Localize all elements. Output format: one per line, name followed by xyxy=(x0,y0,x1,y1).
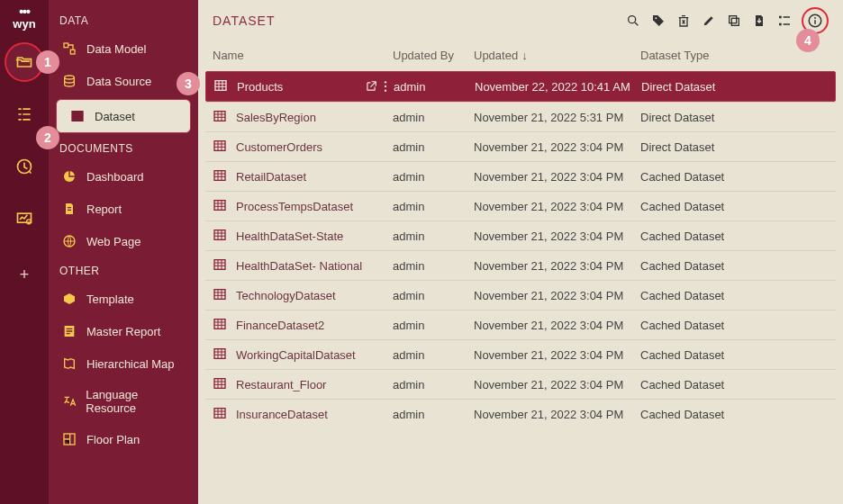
sidebar-item-dashboard[interactable]: Dashboard xyxy=(49,160,198,193)
delete-icon[interactable] xyxy=(675,13,692,29)
col-updated-by[interactable]: Updated By xyxy=(393,49,474,62)
row-updated-by: admin xyxy=(394,80,475,94)
dataset-grid-icon xyxy=(213,406,229,422)
row-updated: November 21, 2022 3:04 PM xyxy=(474,200,640,213)
properties-icon[interactable] xyxy=(776,13,793,29)
toolbar-actions xyxy=(625,7,829,34)
sidebar-item-master-report[interactable]: Master Report xyxy=(49,315,198,347)
row-type: Cached Dataset xyxy=(640,319,793,332)
table-row[interactable]: RetailDataset admin November 21, 2022 3:… xyxy=(205,161,836,191)
sidebar-item-language-resource[interactable]: Language Resource xyxy=(49,380,198,423)
edit-icon[interactable] xyxy=(701,13,717,29)
row-type: Cached Dataset xyxy=(640,289,793,302)
open-new-icon[interactable] xyxy=(365,80,377,93)
sidebar-item-template[interactable]: Template xyxy=(49,283,198,315)
table-row[interactable]: WorkingCapitalDataset admin November 21,… xyxy=(205,339,836,369)
rail-add-icon[interactable]: + xyxy=(5,255,44,294)
sidebar-item-report[interactable]: Report xyxy=(49,193,198,225)
row-updated-by: admin xyxy=(393,140,474,154)
table-row[interactable]: TechnologyDataset admin November 21, 202… xyxy=(205,280,836,310)
table-row[interactable]: HealthDataSet-State admin November 21, 2… xyxy=(205,220,836,250)
sidebar-item-label: Web Page xyxy=(86,235,140,248)
tag-icon[interactable] xyxy=(650,13,666,29)
svg-rect-26 xyxy=(214,201,225,211)
sidebar-item-label: Dataset xyxy=(95,110,135,123)
row-updated: November 22, 2022 10:41 AM xyxy=(475,80,641,94)
rail-monitor-icon[interactable] xyxy=(5,199,44,238)
row-name: HealthDataSet- National xyxy=(236,259,362,273)
section-other: OTHER xyxy=(49,257,198,283)
row-type: Cached Dataset xyxy=(640,170,793,184)
svg-rect-28 xyxy=(214,260,225,270)
dataset-grid-icon xyxy=(213,257,229,274)
sidebar-item-label: Floor Plan xyxy=(86,433,140,446)
topbar: DATASET xyxy=(198,0,843,40)
sidebar-item-data-source[interactable]: Data Source xyxy=(49,65,198,97)
svg-rect-24 xyxy=(214,141,225,151)
table-row[interactable]: Restaurant_Floor admin November 21, 2022… xyxy=(205,369,836,399)
col-updated[interactable]: Updated ↓ xyxy=(474,49,640,62)
sidebar-item-label: Report xyxy=(86,202,122,216)
dataset-grid-icon xyxy=(213,376,229,392)
sidebar-item-hierarchical-map[interactable]: Hierarchical Map xyxy=(49,347,198,380)
svg-point-21 xyxy=(385,86,386,87)
table-row[interactable]: InsuranceDataset admin November 21, 2022… xyxy=(205,399,836,428)
table-row[interactable]: Products admin November 22, 2022 10:41 A… xyxy=(205,71,836,102)
copy-icon[interactable] xyxy=(726,13,742,29)
table-row[interactable]: SalesByRegion admin November 21, 2022 5:… xyxy=(205,102,836,131)
table-row[interactable]: CustomerOrders admin November 21, 2022 3… xyxy=(205,131,836,161)
sidebar-item-label: Hierarchical Map xyxy=(86,357,175,371)
row-type: Direct Dataset xyxy=(641,80,794,94)
sidebar-item-dataset[interactable]: Dataset xyxy=(56,99,191,133)
row-type: Direct Dataset xyxy=(640,140,793,154)
sidebar-item-label: Data Model xyxy=(86,42,146,56)
callout-4: 4 xyxy=(796,29,820,52)
download-icon[interactable] xyxy=(751,13,767,29)
svg-point-5 xyxy=(65,76,75,79)
svg-rect-25 xyxy=(214,171,225,181)
row-type: Cached Dataset xyxy=(640,230,793,243)
col-dataset-type[interactable]: Dataset Type xyxy=(640,49,793,62)
logo: ••• wyn xyxy=(13,5,35,30)
svg-rect-16 xyxy=(779,23,782,26)
row-updated: November 21, 2022 3:04 PM xyxy=(474,170,640,184)
sidebar-item-label: Language Resource xyxy=(86,388,187,415)
sidebar-item-floor-plan[interactable]: Floor Plan xyxy=(49,423,198,455)
table-row[interactable]: ProcessTempsDataset admin November 21, 2… xyxy=(205,191,836,220)
row-updated: November 21, 2022 5:31 PM xyxy=(474,111,640,124)
template-icon xyxy=(61,291,77,307)
dataset-icon xyxy=(69,108,86,124)
row-name: TechnologyDataset xyxy=(236,289,336,302)
sidebar-item-data-model[interactable]: Data Model xyxy=(49,32,198,65)
row-name: HealthDataSet-State xyxy=(236,230,343,243)
section-documents: DOCUMENTS xyxy=(49,135,198,160)
svg-rect-3 xyxy=(64,43,68,48)
more-icon[interactable] xyxy=(383,80,388,93)
row-updated: November 21, 2022 3:04 PM xyxy=(474,378,640,392)
main-panel: DATASET Name Updated By Updated xyxy=(198,0,843,504)
svg-rect-31 xyxy=(214,349,225,359)
svg-rect-19 xyxy=(215,81,226,91)
search-icon[interactable] xyxy=(625,13,641,29)
row-name: Restaurant_Floor xyxy=(236,378,326,392)
row-updated-by: admin xyxy=(393,378,474,392)
rail-categories-icon[interactable] xyxy=(5,94,44,134)
sidebar-item-web-page[interactable]: Web Page xyxy=(49,225,198,257)
rail-schedule-icon[interactable] xyxy=(5,147,44,186)
row-type: Cached Dataset xyxy=(640,259,793,273)
row-updated: November 21, 2022 3:04 PM xyxy=(474,140,640,154)
col-name[interactable]: Name xyxy=(213,49,393,62)
row-updated: November 21, 2022 3:04 PM xyxy=(474,230,640,243)
row-name: CustomerOrders xyxy=(236,140,322,154)
dataset-grid-icon xyxy=(213,317,229,333)
table-row[interactable]: FinanceDataset2 admin November 21, 2022 … xyxy=(205,310,836,339)
table-row[interactable]: HealthDataSet- National admin November 2… xyxy=(205,250,836,280)
icon-rail: ••• wyn + xyxy=(0,0,49,504)
floor-plan-icon xyxy=(61,431,77,447)
language-icon xyxy=(61,393,77,410)
row-type: Direct Dataset xyxy=(640,111,793,124)
row-name: InsuranceDataset xyxy=(236,408,328,421)
sidebar-item-label: Template xyxy=(86,292,134,306)
row-name: Products xyxy=(237,80,283,94)
sidebar: DATA Data Model Data Source Dataset DOCU… xyxy=(49,0,198,504)
